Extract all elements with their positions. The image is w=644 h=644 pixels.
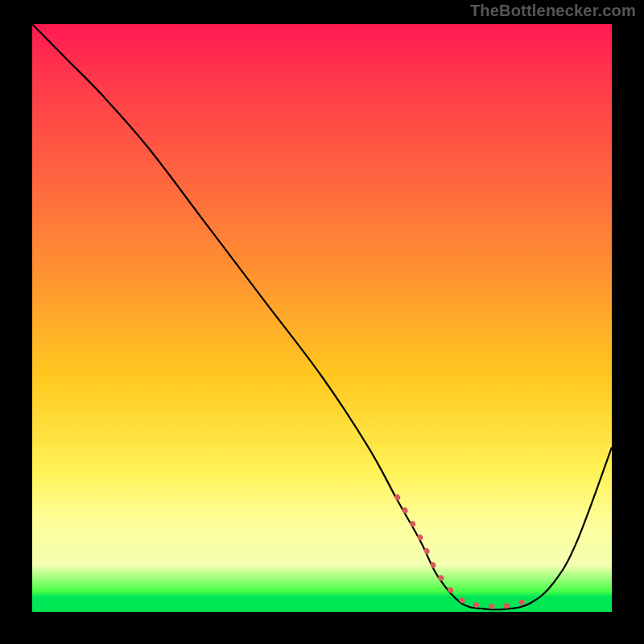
attribution-watermark: TheBottlenecker.com bbox=[470, 2, 636, 20]
trough-marker bbox=[398, 497, 531, 606]
curve-layer bbox=[32, 24, 612, 612]
plot-area bbox=[32, 24, 612, 612]
chart-container: TheBottlenecker.com bbox=[0, 0, 644, 644]
bottleneck-curve bbox=[32, 24, 612, 609]
